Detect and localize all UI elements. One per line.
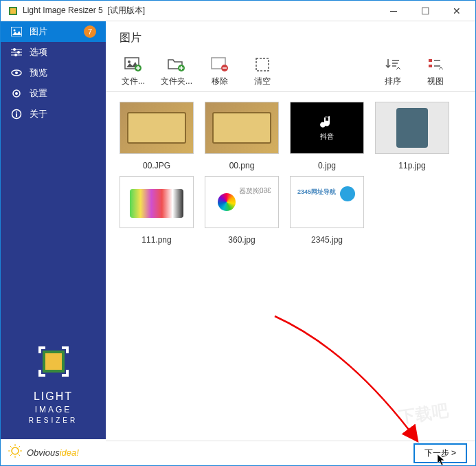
tool-label: 清空 [254,76,271,87]
remove-button[interactable]: 移除 [205,56,235,87]
tool-label: 文件... [122,76,145,87]
app-icon [8,5,19,16]
thumbnail-grid: 00.JPG00.png抖音0.jpg11p.jpg111.png360浏览器3… [106,92,475,441]
sidebar-label: 设置 [30,87,47,100]
svg-line-31 [10,454,12,456]
thumbnail-item[interactable]: 00.JPG [115,102,198,170]
svg-point-33 [128,60,131,63]
thumbnail-item[interactable]: 2345网址导航2345.jpg [286,176,368,245]
sidebar-item-about[interactable]: 关于 [1,104,106,124]
body: 图片 7 选项 预览 设置 关于 [1,21,475,465]
sidebar-item-images[interactable]: 图片 7 [1,21,106,42]
thumbnail-image [375,102,449,154]
view-button[interactable]: 视图 [420,56,451,87]
clear-icon [253,56,272,73]
svg-rect-38 [256,58,269,71]
page-title: 图片 [106,21,475,52]
thumbnail-label: 2345.jpg [311,235,343,245]
sliders-icon [10,47,23,57]
trial-label: [试用版本] [107,5,145,15]
add-file-icon [124,56,143,73]
thumbnail-item[interactable]: 11p.jpg [371,102,453,170]
eye-icon [10,68,23,78]
clear-button[interactable]: 清空 [247,56,277,87]
gear-icon [10,88,23,99]
images-icon [10,27,23,36]
sort-icon [383,56,403,73]
svg-rect-43 [429,65,432,67]
sidebar-label: 预览 [30,67,47,79]
toolbar: 文件... 文件夹... 移除 清空 排序 [106,52,475,92]
thumbnail-item[interactable]: 抖音0.jpg [286,102,368,170]
sidebar-item-settings[interactable]: 设置 [1,83,106,104]
thumbnail-image [120,176,194,228]
brand-line-2: IMAGE [14,404,92,416]
svg-point-11 [15,71,18,74]
brand-line-3: RESIZER [14,416,92,425]
thumbnail-label: 00.png [229,161,255,170]
app-window: Light Image Resizer 5 [试用版本] ─ ☐ ✕ 图片 7 … [0,0,476,466]
svg-rect-18 [45,353,62,370]
sidebar-label: 关于 [30,108,47,120]
title-text: Light Image Resizer 5 [试用版本] [23,5,145,16]
remove-icon [210,56,229,73]
sort-button[interactable]: 排序 [378,56,408,87]
add-file-button[interactable]: 文件... [118,56,148,87]
thumbnail-label: 00.JPG [143,161,170,170]
svg-line-28 [10,446,12,447]
svg-rect-16 [16,113,17,117]
svg-point-5 [13,48,16,51]
sidebar-logo: LIGHT IMAGE RESIZER [1,327,106,439]
svg-rect-1 [10,8,16,14]
thumbnail-image [120,102,194,154]
thumbnail-item[interactable]: 360浏览器360.jpg [201,176,283,245]
svg-point-23 [12,447,19,454]
bottom-bar: 下一步 > [106,441,475,465]
brand-line-1: LIGHT [14,389,92,404]
maximize-button[interactable]: ☐ [409,1,441,21]
thumbnail-image [205,102,279,154]
next-button[interactable]: 下一步 > [413,443,467,463]
svg-line-29 [19,454,20,456]
thumbnail-label: 0.jpg [318,161,336,170]
sidebar-item-options[interactable]: 选项 [1,42,106,63]
minimize-button[interactable]: ─ [378,1,409,21]
footer-logo[interactable]: Obviousidea! [1,439,106,465]
thumbnail-label: 111.png [141,235,171,245]
app-logo-icon [33,341,74,382]
bulb-icon [8,443,23,461]
sidebar: 图片 7 选项 预览 设置 关于 [1,21,106,465]
svg-point-15 [16,111,17,113]
tool-label: 视图 [427,76,444,87]
window-controls: ─ ☐ ✕ [378,1,473,21]
info-icon [10,109,23,120]
svg-rect-42 [429,59,432,62]
count-badge: 7 [84,25,96,38]
thumbnail-label: 360.jpg [228,235,255,245]
svg-point-13 [15,92,18,95]
add-folder-button[interactable]: 文件夹... [161,56,192,87]
footer-brand: Obviousidea! [27,447,79,458]
app-title: Light Image Resizer 5 [23,5,103,15]
thumbnail-item[interactable]: 00.png [201,102,283,170]
svg-point-9 [14,54,17,56]
svg-line-30 [19,446,20,447]
add-folder-icon [167,56,186,73]
tool-label: 文件夹... [161,76,192,87]
view-icon [426,56,445,73]
thumbnail-image: 抖音 [290,102,364,154]
tool-label: 排序 [385,76,401,87]
tool-label: 移除 [212,76,228,87]
titlebar: Light Image Resizer 5 [试用版本] ─ ☐ ✕ [1,1,475,21]
main-panel: 图片 文件... 文件夹... 移除 清空 [106,21,475,465]
thumbnail-item[interactable]: 111.png [115,176,198,245]
sidebar-label: 图片 [30,25,47,38]
thumbnail-label: 11p.jpg [398,161,425,170]
svg-point-7 [17,51,20,54]
svg-point-3 [14,30,16,32]
thumbnail-image: 2345网址导航 [290,176,364,228]
close-button[interactable]: ✕ [441,1,473,21]
sidebar-item-preview[interactable]: 预览 [1,63,106,83]
sidebar-label: 选项 [30,46,47,58]
brand-text: LIGHT IMAGE RESIZER [14,389,92,425]
